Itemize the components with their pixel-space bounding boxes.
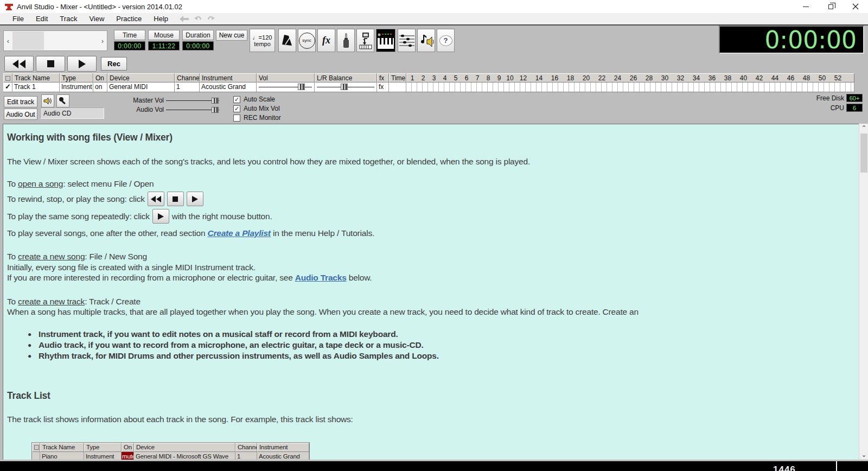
position-scrollbar[interactable]: ‹ ›	[3, 30, 107, 51]
new-cue-button[interactable]: New cue	[216, 30, 247, 41]
tempo-button[interactable]: ♩=120 tempo	[250, 29, 275, 52]
redo-icon[interactable]	[207, 15, 215, 22]
col-balance[interactable]: L/R Balance	[315, 73, 377, 82]
track-fx-cell[interactable]: fx	[377, 82, 389, 92]
ruler-number[interactable]: 10	[505, 74, 515, 81]
ruler-number[interactable]: 1	[407, 74, 418, 81]
track-enabled-checkbox[interactable]: ✓	[3, 82, 12, 92]
ruler-number[interactable]: 9	[494, 74, 505, 81]
menu-edit[interactable]: Edit	[30, 14, 54, 24]
ruler-number[interactable]: 22	[594, 74, 610, 81]
track-timeline[interactable]	[406, 82, 854, 92]
event-list-button[interactable]	[398, 29, 416, 52]
ruler-number[interactable]: 7	[472, 74, 483, 81]
track-time-cell[interactable]	[389, 82, 406, 92]
ruler-number[interactable]: 52	[830, 74, 846, 81]
ruler-number[interactable]: 30	[657, 74, 673, 81]
ruler-number[interactable]: 14	[531, 74, 547, 81]
ruler-number[interactable]: 28	[641, 74, 657, 81]
menu-track[interactable]: Track	[54, 14, 83, 24]
ruler-number[interactable]: 48	[799, 74, 814, 81]
help-button[interactable]: ?	[437, 29, 455, 52]
create-a-playlist-link[interactable]: Create a Playlist	[207, 228, 270, 238]
ruler-number[interactable]: 12	[515, 74, 531, 81]
scroll-right-icon[interactable]: ›	[98, 37, 107, 45]
slider-knob[interactable]	[298, 84, 305, 90]
ruler-number[interactable]: 26	[626, 74, 641, 81]
ruler-number[interactable]: 42	[751, 74, 767, 81]
ruler-number[interactable]: 2	[418, 74, 429, 81]
record-button[interactable]: Rec	[101, 57, 127, 71]
ruler-number[interactable]: 44	[767, 74, 783, 81]
time-button[interactable]: Time	[114, 30, 145, 40]
col-channel[interactable]: Channel	[175, 73, 200, 82]
track-balance-slider[interactable]	[315, 82, 377, 92]
ruler-number[interactable]: 50	[814, 74, 830, 81]
track-volume-slider[interactable]	[257, 82, 315, 92]
ruler-number[interactable]: 5	[450, 74, 461, 81]
col-instrument[interactable]: Instrument	[200, 73, 257, 82]
auto-scale-checkbox[interactable]: ✓	[233, 96, 240, 103]
position-scrollbar-thumb[interactable]	[12, 31, 44, 50]
close-button[interactable]	[843, 0, 868, 13]
ruler-number[interactable]: 16	[547, 74, 563, 81]
effects-button[interactable]: fx	[317, 29, 335, 52]
ruler-number[interactable]: 8	[483, 74, 494, 81]
ruler-number[interactable]: 4	[439, 74, 450, 81]
undo-icon[interactable]	[194, 15, 202, 22]
edit-track-button[interactable]: Edit track	[4, 96, 37, 107]
ruler-number[interactable]: 34	[688, 74, 704, 81]
stop-button[interactable]	[36, 56, 65, 72]
col-vol[interactable]: Vol	[257, 73, 315, 82]
ruler-number[interactable]: 6	[461, 74, 472, 81]
scroll-down-icon[interactable]: ⌄	[859, 450, 868, 460]
rec-monitor-checkbox[interactable]	[233, 114, 240, 122]
col-time[interactable]: Time	[389, 73, 406, 82]
play-button[interactable]	[67, 56, 97, 72]
piano-view-button[interactable]	[376, 29, 395, 52]
ruler-number[interactable]: 46	[783, 74, 799, 81]
help-scrollbar[interactable]: ⌃ ⌄	[859, 124, 868, 460]
menu-file[interactable]: File	[7, 14, 30, 24]
ruler-number[interactable]: 18	[563, 74, 578, 81]
metronome-button[interactable]	[278, 29, 296, 52]
ruler-number[interactable]: 40	[736, 74, 751, 81]
back-arrow-icon[interactable]	[180, 16, 189, 22]
ruler-number[interactable]: 24	[610, 74, 626, 81]
audible-note-button[interactable]	[417, 29, 435, 52]
track-name-cell[interactable]: Track 1	[12, 82, 60, 92]
audio-out-field[interactable]: Audio CD	[40, 107, 104, 119]
duration-button[interactable]: Duration	[182, 30, 214, 40]
track-channel-cell[interactable]: 1	[175, 82, 200, 92]
track-on-cell[interactable]: on	[93, 82, 107, 92]
col-fx[interactable]: fx	[377, 73, 389, 82]
help-scrollbar-thumb[interactable]	[860, 133, 867, 173]
ruler-number[interactable]: 20	[578, 74, 594, 81]
slider-knob[interactable]	[341, 84, 348, 90]
ruler-number[interactable]: 36	[704, 74, 720, 81]
minimize-button[interactable]	[793, 0, 818, 13]
audio-out-button[interactable]: Audio Out	[4, 109, 37, 120]
scroll-left-icon[interactable]: ‹	[4, 37, 12, 45]
col-on[interactable]: On	[93, 73, 107, 82]
audio-vol-slider[interactable]	[166, 106, 219, 113]
col-type[interactable]: Type	[60, 73, 93, 82]
ruler-number[interactable]: 3	[429, 74, 439, 81]
midi-setup-button[interactable]	[356, 29, 374, 52]
speaker-toggle-button[interactable]	[41, 94, 54, 107]
sync-button[interactable]: sync	[298, 29, 316, 52]
track-device-cell[interactable]: General MIDI	[107, 82, 175, 92]
auto-mix-vol-checkbox[interactable]: ✓	[233, 105, 240, 112]
track-type-cell[interactable]: Instrument	[60, 82, 93, 92]
col-track-name[interactable]: Track Name	[12, 73, 60, 82]
master-vol-slider[interactable]	[166, 97, 219, 104]
ruler-number[interactable]: 32	[673, 74, 688, 81]
menu-help[interactable]: Help	[148, 14, 174, 24]
menu-practice[interactable]: Practice	[110, 14, 148, 24]
slider-knob[interactable]	[212, 98, 219, 104]
restore-button[interactable]	[818, 0, 843, 13]
rewind-button[interactable]	[4, 56, 34, 72]
ruler-header[interactable]: 1234567891012141618202224262830323436384…	[406, 73, 854, 82]
mouse-button[interactable]: Mouse	[148, 30, 180, 40]
col-device[interactable]: Device	[107, 73, 175, 82]
